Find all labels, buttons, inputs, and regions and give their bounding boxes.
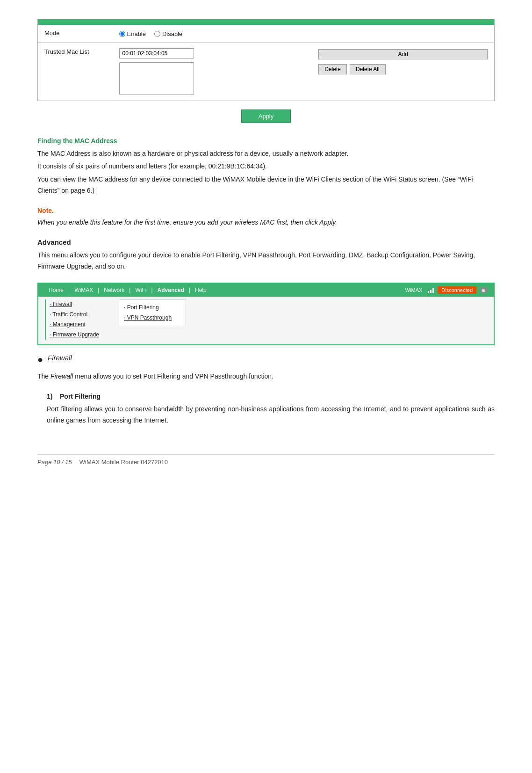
firewall-bullet: ● <box>37 354 43 365</box>
wimax-signal-label: WiMAX <box>403 287 424 293</box>
enable-label: Enable <box>127 30 146 37</box>
firewall-italic: Firewall <box>50 372 73 380</box>
note-title: Note. <box>37 207 495 214</box>
submenu-port-filtering[interactable]: · Port Filtering <box>124 303 172 313</box>
trusted-mac-inputs <box>113 42 312 101</box>
port-filtering-number: 1) <box>47 393 52 400</box>
finding-mac-p1: The MAC Address is also known as a hardw… <box>37 148 495 160</box>
table-header-row <box>38 19 495 25</box>
firewall-label: Firewall <box>48 354 72 362</box>
apply-button[interactable]: Apply <box>241 109 291 123</box>
footer: Page 10 / 15 WiMAX Mobile Router 0427201… <box>37 454 495 466</box>
submenu-vpn-passthrough[interactable]: · VPN Passthrough <box>124 313 172 323</box>
finding-mac-title: Finding the MAC Address <box>37 137 495 145</box>
nav-wimax[interactable]: WiMAX <box>71 286 97 294</box>
dropdown-menu-area: · Firewall · Traffic Control · Managemen… <box>38 297 494 344</box>
mac-buttons-col: Add Delete Delete All <box>312 42 494 101</box>
nav-sep-1: | <box>67 287 71 293</box>
menu-traffic-control[interactable]: · Traffic Control <box>50 310 106 320</box>
menu-col-left: · Firewall · Traffic Control · Managemen… <box>50 299 115 340</box>
mac-address-input[interactable] <box>119 48 194 58</box>
menu-firmware-upgrade[interactable]: · Firmware Upgrade <box>50 330 106 340</box>
menu-management[interactable]: · Management <box>50 320 106 330</box>
nav-sep-2: | <box>97 287 100 293</box>
disconnected-badge: Disconnected <box>438 286 476 294</box>
trusted-mac-row: Trusted Mac List Add Delete Delete All <box>38 42 495 101</box>
menu-firewall[interactable]: · Firewall <box>50 299 106 310</box>
delete-buttons-row: Delete Delete All <box>318 64 488 74</box>
advanced-section: Advanced This menu allows you to configu… <box>37 238 495 272</box>
nav-right: WiMAX Disconnected ▣ <box>403 286 487 294</box>
port-filtering-title: 1) Port Filtering <box>47 393 495 400</box>
note-section: Note. When you enable this feature for t… <box>37 207 495 228</box>
menu-panel: · Firewall · Traffic Control · Managemen… <box>45 299 115 340</box>
mac-filter-table: Mode Enable Disable Trusted Mac List <box>37 19 495 101</box>
mac-action-buttons: Add Delete Delete All <box>318 49 488 74</box>
nav-bar: Home | WiMAX | Network | WiFi | Advanced… <box>38 284 494 297</box>
nav-sep-5: | <box>188 287 191 293</box>
submenu-panel: · Port Filtering · VPN Passthrough <box>119 299 186 326</box>
finding-mac-p3: You can view the MAC address for any dev… <box>37 174 495 197</box>
footer-page: Page 10 / 15 <box>37 459 72 466</box>
mode-radio-group: Enable Disable <box>119 29 488 37</box>
nav-screenshot: Home | WiMAX | Network | WiFi | Advanced… <box>37 283 495 345</box>
nav-home[interactable]: Home <box>45 286 67 294</box>
nav-sep-3: | <box>128 287 131 293</box>
trusted-mac-label: Trusted Mac List <box>38 42 113 101</box>
apply-area: Apply <box>37 109 495 123</box>
bar-2 <box>430 290 431 293</box>
firewall-section: ● Firewall <box>37 354 495 365</box>
mac-input-area <box>119 48 306 95</box>
nav-advanced[interactable]: Advanced <box>154 286 188 294</box>
submenu-col: · Port Filtering · VPN Passthrough <box>124 303 181 323</box>
delete-all-button[interactable]: Delete All <box>350 64 386 74</box>
mode-row: Mode Enable Disable <box>38 25 495 43</box>
nav-network[interactable]: Network <box>100 286 128 294</box>
note-body: When you enable this feature for the fir… <box>37 217 495 228</box>
enable-radio-label[interactable]: Enable <box>119 30 146 37</box>
signal-bars-icon <box>428 287 434 293</box>
advanced-body: This menu allows you to configure your d… <box>37 250 495 272</box>
advanced-title: Advanced <box>37 238 495 246</box>
add-button[interactable]: Add <box>318 49 488 59</box>
mac-input-row <box>119 48 306 58</box>
port-filtering-label: Port Filtering <box>60 393 101 400</box>
mode-controls: Enable Disable <box>113 25 495 43</box>
finding-mac-section: Finding the MAC Address The MAC Address … <box>37 137 495 197</box>
mode-label: Mode <box>38 25 113 43</box>
disable-radio-label[interactable]: Disable <box>154 30 182 37</box>
bar-1 <box>428 291 429 293</box>
mac-listbox[interactable] <box>119 62 194 95</box>
nav-wifi[interactable]: WiFi <box>131 286 150 294</box>
port-filtering-section: 1) Port Filtering Port filtering allows … <box>47 393 495 426</box>
port-filtering-body: Port filtering allows you to conserve ba… <box>47 404 495 426</box>
rec-icon: ▣ <box>480 287 487 293</box>
enable-radio[interactable] <box>119 31 125 37</box>
firewall-body: The Firewall menu allows you to set Port… <box>37 371 495 382</box>
bar-3 <box>432 288 434 293</box>
nav-sep-4: | <box>150 287 153 293</box>
disable-label: Disable <box>162 30 182 37</box>
nav-help[interactable]: Help <box>191 286 210 294</box>
finding-mac-p2: It consists of six pairs of numbers and … <box>37 161 495 172</box>
footer-title: WiMAX Mobile Router 04272010 <box>79 459 168 466</box>
disable-radio[interactable] <box>154 31 160 37</box>
mac-filter-section: Mode Enable Disable Trusted Mac List <box>37 19 495 101</box>
delete-button[interactable]: Delete <box>318 64 347 74</box>
